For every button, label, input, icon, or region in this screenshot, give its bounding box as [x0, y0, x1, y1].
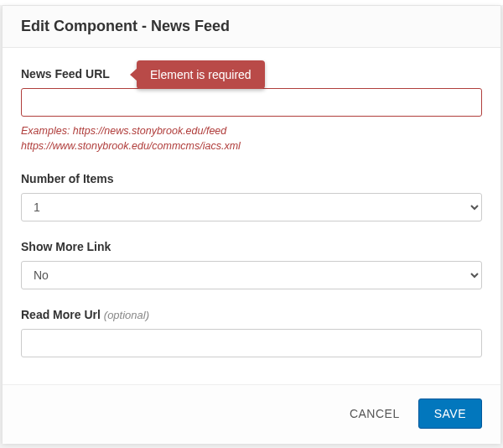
modal-footer: CANCEL SAVE: [3, 385, 500, 444]
read-more-label: Read More Url (optional): [21, 308, 482, 321]
field-read-more-url: Read More Url (optional): [21, 308, 482, 357]
error-tooltip: Element is required: [137, 60, 265, 89]
cancel-button[interactable]: CANCEL: [346, 400, 403, 427]
modal-header: Edit Component - News Feed: [3, 6, 500, 48]
read-more-label-text: Read More Url: [21, 308, 104, 321]
show-more-select[interactable]: No: [21, 261, 482, 289]
modal-body: News Feed URL Element is required Exampl…: [3, 48, 500, 385]
save-button[interactable]: SAVE: [418, 399, 482, 429]
backdrop: Edit Component - News Feed News Feed URL…: [0, 0, 503, 448]
show-more-label: Show More Link: [21, 240, 482, 253]
news-feed-url-input[interactable]: [21, 88, 482, 117]
num-items-select[interactable]: 1: [21, 193, 482, 221]
field-number-of-items: Number of Items 1: [21, 172, 482, 221]
url-help-text: Examples: https://news.stonybrook.edu/fe…: [21, 123, 482, 154]
url-help-line2: https://www.stonybrook.edu/commcms/iacs.…: [21, 140, 241, 152]
read-more-url-input[interactable]: [21, 329, 482, 357]
optional-hint: (optional): [104, 309, 149, 321]
url-label-row: News Feed URL Element is required: [21, 67, 482, 81]
url-label: News Feed URL: [21, 67, 110, 81]
url-help-line1: Examples: https://news.stonybrook.edu/fe…: [21, 125, 226, 137]
edit-component-modal: Edit Component - News Feed News Feed URL…: [2, 5, 501, 443]
field-show-more-link: Show More Link No: [21, 240, 482, 289]
modal-title: Edit Component - News Feed: [21, 18, 482, 35]
field-news-feed-url: News Feed URL Element is required Exampl…: [21, 67, 482, 154]
num-items-label: Number of Items: [21, 172, 482, 185]
